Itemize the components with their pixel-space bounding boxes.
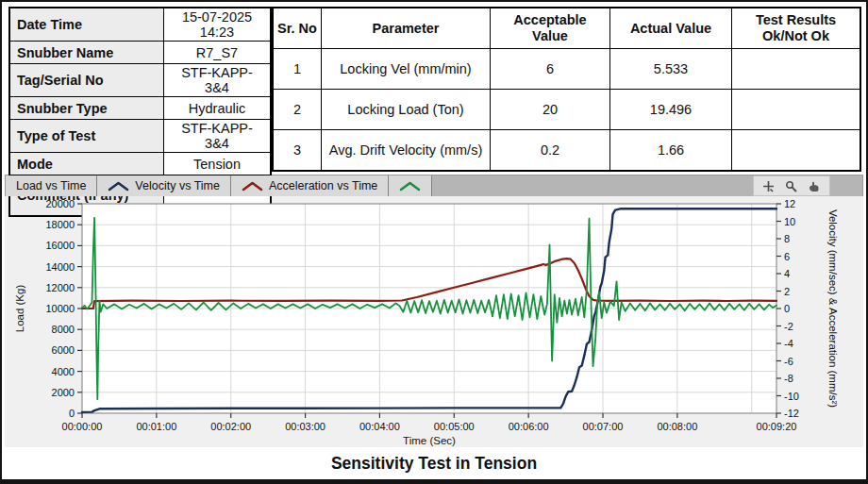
y-axis-left-tick: 6000 [52,344,75,356]
y-axis-left-tick: 12000 [45,282,75,293]
results-col-header: Acceptable Value [491,8,610,49]
test-results-table: Sr. NoParameterAcceptable ValueActual Va… [272,7,861,172]
y-axis-left-tick: 8000 [52,324,75,335]
legend-tab-acceleration-vs-time[interactable]: Acceleration vs Time [231,175,389,196]
x-axis-tick: 00:07:00 [583,421,624,432]
results-cell: Locking Vel (mm/min) [322,49,491,90]
y-axis-right-tick: 2 [784,286,790,297]
results-cell [732,89,861,129]
info-label: Snubber Name [9,42,164,64]
info-value: STF-KAPP-3&4 [164,64,272,97]
results-col-header: Parameter [322,8,491,49]
y-axis-left-tick: 18000 [45,219,75,230]
info-value: STF-KAPP-3&4 [164,120,272,153]
info-row: Tag/Serial NoSTF-KAPP-3&4 [9,64,271,97]
x-axis-tick: 00:06:00 [509,421,549,432]
line-sample-icon [399,181,421,192]
y-axis-right-tick: -4 [784,338,793,349]
results-row: 2Locking Load (Ton)2019.496 [273,89,860,129]
info-value: 15-07-2025 14:23 [164,8,272,42]
results-row: 3Avg. Drift Velocity (mm/s)0.21.66 [273,129,860,171]
y-axis-left-label: Load (Kg) [14,285,25,333]
info-value: Tension [164,153,272,175]
line-sample-icon [242,181,263,192]
y-axis-right-tick: -10 [784,391,799,402]
y-axis-left-tick: 14000 [45,261,75,273]
y-axis-right-tick: -12 [784,408,799,419]
legend-tab-label: Velocity vs Time [135,179,220,192]
legend-tab-velocity-vs-time[interactable]: Velocity vs Time [97,175,231,196]
y-axis-left-tick: 4000 [52,366,75,377]
pan-hand-icon[interactable] [808,180,821,192]
line-sample-icon [108,181,129,192]
chart-title: Sensitivity Test in Tension [2,447,866,479]
zoom-icon[interactable] [785,180,797,192]
y-axis-left-tick: 2000 [52,387,75,398]
y-axis-right-tick: 8 [784,233,790,244]
test-results-body: 1Locking Vel (mm/min)65.5332Locking Load… [273,49,860,172]
y-axis-left-tick: 10000 [45,303,75,314]
info-row: Type of TestSTF-KAPP-3&4 [9,120,271,153]
results-cell: 5.533 [610,49,732,90]
x-axis-label: Time (Sec) [403,435,456,446]
legend-spacer [432,175,753,196]
legend-tab[interactable] [389,175,432,196]
info-row: Date Time15-07-2025 14:23 [9,8,271,42]
results-cell: 0.2 [491,129,610,171]
y-axis-right-tick: 10 [784,216,795,227]
results-row: 1Locking Vel (mm/min)65.533 [273,49,860,90]
x-axis-tick: 00:00:00 [62,421,103,432]
info-value: Hydraulic [164,97,272,120]
results-cell [732,129,861,171]
chart-panel: Load vs TimeVelocity vs TimeAcceleration… [5,175,863,447]
results-cell: Avg. Drift Velocity (mm/s) [322,129,491,171]
info-value: R7_S7 [164,42,272,64]
results-cell: Locking Load (Ton) [322,89,491,129]
y-axis-right-tick: -2 [784,321,793,332]
results-cell: 2 [273,89,322,129]
info-row: ModeTension [9,153,271,175]
y-axis-right-tick: 12 [784,198,795,209]
info-label: Date Time [9,8,164,42]
y-axis-left-tick: 20000 [45,198,75,209]
x-axis-tick: 00:04:00 [359,421,400,432]
results-cell: 1.66 [610,129,732,171]
results-col-header: Actual Value [610,8,732,49]
info-label: Snubber Type [9,97,164,120]
results-cell: 20 [491,89,610,129]
results-col-header: Sr. No [273,8,322,49]
info-row: Snubber NameR7_S7 [9,42,271,64]
results-cell: 19.496 [610,89,732,129]
y-axis-right-tick: -6 [784,356,793,367]
y-axis-right-tick: 0 [784,303,790,314]
x-axis-tick: 00:02:00 [210,421,251,432]
results-cell: 6 [491,49,610,90]
legend-tab-label: Load vs Time [16,179,86,192]
plot-canvas[interactable]: 0200040006000800010000120001400016000180… [8,196,868,447]
x-axis-tick: 00:05:00 [434,421,475,432]
info-label: Tag/Serial No [9,64,164,97]
results-cell: 3 [273,129,322,171]
results-cell [732,49,861,90]
x-axis-tick: 00:03:00 [285,421,326,432]
y-axis-right-tick: -8 [784,373,793,384]
cursor-crosshair-icon[interactable] [762,180,775,192]
test-results-head: Sr. NoParameterAcceptable ValueActual Va… [273,8,860,49]
legend-tab-label: Acceleration vs Time [269,179,377,192]
y-axis-right-label: Velocity (mm/sec) & Acceleration (mm/s²) [827,209,839,408]
x-axis-tick: 00:01:00 [136,421,176,432]
y-axis-right-tick: 6 [784,251,790,262]
info-label: Mode [9,153,164,175]
info-label: Type of Test [9,120,164,153]
graph-tools-palette [753,175,830,196]
legend-tab-load-vs-time[interactable]: Load vs Time [6,175,97,196]
report-header-section: Date Time15-07-2025 14:23Snubber NameR7_… [2,2,866,172]
plot-legend-bar: Load vs TimeVelocity vs TimeAcceleration… [5,175,863,196]
x-axis-tick: 00:09:20 [757,421,797,432]
y-axis-left-tick: 0 [69,408,75,419]
y-axis-right-tick: 4 [784,268,790,279]
x-axis-tick: 00:08:00 [657,421,697,432]
info-row: Snubber TypeHydraulic [9,97,271,120]
y-axis-left-tick: 16000 [45,240,75,251]
results-cell: 1 [273,49,322,90]
